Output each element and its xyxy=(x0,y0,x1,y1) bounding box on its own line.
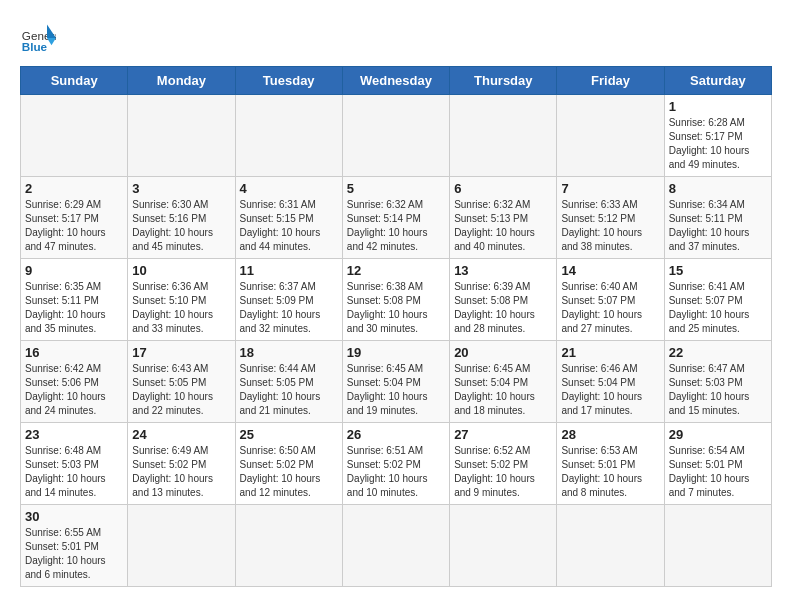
weekday-header-row: SundayMondayTuesdayWednesdayThursdayFrid… xyxy=(21,67,772,95)
calendar-cell xyxy=(557,95,664,177)
page-header: General Blue xyxy=(20,20,772,56)
day-number: 18 xyxy=(240,345,338,360)
day-number: 7 xyxy=(561,181,659,196)
day-info: Sunrise: 6:34 AM Sunset: 5:11 PM Dayligh… xyxy=(669,198,767,254)
calendar-cell: 29Sunrise: 6:54 AM Sunset: 5:01 PM Dayli… xyxy=(664,423,771,505)
calendar-cell: 2Sunrise: 6:29 AM Sunset: 5:17 PM Daylig… xyxy=(21,177,128,259)
day-info: Sunrise: 6:47 AM Sunset: 5:03 PM Dayligh… xyxy=(669,362,767,418)
calendar-week-row: 30Sunrise: 6:55 AM Sunset: 5:01 PM Dayli… xyxy=(21,505,772,587)
day-info: Sunrise: 6:46 AM Sunset: 5:04 PM Dayligh… xyxy=(561,362,659,418)
calendar-cell: 24Sunrise: 6:49 AM Sunset: 5:02 PM Dayli… xyxy=(128,423,235,505)
day-number: 30 xyxy=(25,509,123,524)
calendar-cell: 30Sunrise: 6:55 AM Sunset: 5:01 PM Dayli… xyxy=(21,505,128,587)
calendar-week-row: 1Sunrise: 6:28 AM Sunset: 5:17 PM Daylig… xyxy=(21,95,772,177)
calendar-cell: 15Sunrise: 6:41 AM Sunset: 5:07 PM Dayli… xyxy=(664,259,771,341)
day-info: Sunrise: 6:31 AM Sunset: 5:15 PM Dayligh… xyxy=(240,198,338,254)
day-info: Sunrise: 6:48 AM Sunset: 5:03 PM Dayligh… xyxy=(25,444,123,500)
day-info: Sunrise: 6:50 AM Sunset: 5:02 PM Dayligh… xyxy=(240,444,338,500)
weekday-header-thursday: Thursday xyxy=(450,67,557,95)
calendar-cell xyxy=(557,505,664,587)
day-info: Sunrise: 6:55 AM Sunset: 5:01 PM Dayligh… xyxy=(25,526,123,582)
calendar-cell: 25Sunrise: 6:50 AM Sunset: 5:02 PM Dayli… xyxy=(235,423,342,505)
day-info: Sunrise: 6:38 AM Sunset: 5:08 PM Dayligh… xyxy=(347,280,445,336)
calendar-cell xyxy=(450,95,557,177)
day-number: 21 xyxy=(561,345,659,360)
day-number: 5 xyxy=(347,181,445,196)
calendar-cell: 16Sunrise: 6:42 AM Sunset: 5:06 PM Dayli… xyxy=(21,341,128,423)
calendar-cell: 27Sunrise: 6:52 AM Sunset: 5:02 PM Dayli… xyxy=(450,423,557,505)
calendar-cell: 20Sunrise: 6:45 AM Sunset: 5:04 PM Dayli… xyxy=(450,341,557,423)
calendar-cell: 9Sunrise: 6:35 AM Sunset: 5:11 PM Daylig… xyxy=(21,259,128,341)
day-info: Sunrise: 6:35 AM Sunset: 5:11 PM Dayligh… xyxy=(25,280,123,336)
day-number: 11 xyxy=(240,263,338,278)
day-info: Sunrise: 6:53 AM Sunset: 5:01 PM Dayligh… xyxy=(561,444,659,500)
calendar-cell: 3Sunrise: 6:30 AM Sunset: 5:16 PM Daylig… xyxy=(128,177,235,259)
day-number: 10 xyxy=(132,263,230,278)
day-info: Sunrise: 6:39 AM Sunset: 5:08 PM Dayligh… xyxy=(454,280,552,336)
calendar-cell xyxy=(235,505,342,587)
calendar-cell: 12Sunrise: 6:38 AM Sunset: 5:08 PM Dayli… xyxy=(342,259,449,341)
weekday-header-wednesday: Wednesday xyxy=(342,67,449,95)
day-info: Sunrise: 6:49 AM Sunset: 5:02 PM Dayligh… xyxy=(132,444,230,500)
day-number: 24 xyxy=(132,427,230,442)
day-info: Sunrise: 6:32 AM Sunset: 5:14 PM Dayligh… xyxy=(347,198,445,254)
calendar-cell: 26Sunrise: 6:51 AM Sunset: 5:02 PM Dayli… xyxy=(342,423,449,505)
day-info: Sunrise: 6:43 AM Sunset: 5:05 PM Dayligh… xyxy=(132,362,230,418)
calendar-week-row: 16Sunrise: 6:42 AM Sunset: 5:06 PM Dayli… xyxy=(21,341,772,423)
weekday-header-friday: Friday xyxy=(557,67,664,95)
day-number: 1 xyxy=(669,99,767,114)
day-info: Sunrise: 6:42 AM Sunset: 5:06 PM Dayligh… xyxy=(25,362,123,418)
day-info: Sunrise: 6:37 AM Sunset: 5:09 PM Dayligh… xyxy=(240,280,338,336)
calendar-cell: 4Sunrise: 6:31 AM Sunset: 5:15 PM Daylig… xyxy=(235,177,342,259)
calendar-cell: 28Sunrise: 6:53 AM Sunset: 5:01 PM Dayli… xyxy=(557,423,664,505)
calendar-cell xyxy=(664,505,771,587)
day-number: 29 xyxy=(669,427,767,442)
day-info: Sunrise: 6:41 AM Sunset: 5:07 PM Dayligh… xyxy=(669,280,767,336)
day-number: 3 xyxy=(132,181,230,196)
calendar-week-row: 2Sunrise: 6:29 AM Sunset: 5:17 PM Daylig… xyxy=(21,177,772,259)
day-number: 12 xyxy=(347,263,445,278)
svg-text:Blue: Blue xyxy=(22,40,48,53)
weekday-header-tuesday: Tuesday xyxy=(235,67,342,95)
calendar-cell: 8Sunrise: 6:34 AM Sunset: 5:11 PM Daylig… xyxy=(664,177,771,259)
logo: General Blue xyxy=(20,20,56,56)
calendar-cell: 21Sunrise: 6:46 AM Sunset: 5:04 PM Dayli… xyxy=(557,341,664,423)
calendar-cell: 1Sunrise: 6:28 AM Sunset: 5:17 PM Daylig… xyxy=(664,95,771,177)
calendar-cell: 6Sunrise: 6:32 AM Sunset: 5:13 PM Daylig… xyxy=(450,177,557,259)
day-number: 28 xyxy=(561,427,659,442)
calendar-cell: 17Sunrise: 6:43 AM Sunset: 5:05 PM Dayli… xyxy=(128,341,235,423)
day-info: Sunrise: 6:40 AM Sunset: 5:07 PM Dayligh… xyxy=(561,280,659,336)
weekday-header-sunday: Sunday xyxy=(21,67,128,95)
day-number: 9 xyxy=(25,263,123,278)
day-info: Sunrise: 6:45 AM Sunset: 5:04 PM Dayligh… xyxy=(347,362,445,418)
day-info: Sunrise: 6:45 AM Sunset: 5:04 PM Dayligh… xyxy=(454,362,552,418)
day-number: 26 xyxy=(347,427,445,442)
day-number: 16 xyxy=(25,345,123,360)
calendar-cell xyxy=(342,95,449,177)
day-info: Sunrise: 6:28 AM Sunset: 5:17 PM Dayligh… xyxy=(669,116,767,172)
calendar-cell: 10Sunrise: 6:36 AM Sunset: 5:10 PM Dayli… xyxy=(128,259,235,341)
day-info: Sunrise: 6:32 AM Sunset: 5:13 PM Dayligh… xyxy=(454,198,552,254)
day-number: 2 xyxy=(25,181,123,196)
day-info: Sunrise: 6:30 AM Sunset: 5:16 PM Dayligh… xyxy=(132,198,230,254)
calendar-cell xyxy=(342,505,449,587)
calendar-cell: 13Sunrise: 6:39 AM Sunset: 5:08 PM Dayli… xyxy=(450,259,557,341)
day-number: 23 xyxy=(25,427,123,442)
day-number: 4 xyxy=(240,181,338,196)
calendar-week-row: 23Sunrise: 6:48 AM Sunset: 5:03 PM Dayli… xyxy=(21,423,772,505)
calendar-cell: 22Sunrise: 6:47 AM Sunset: 5:03 PM Dayli… xyxy=(664,341,771,423)
weekday-header-monday: Monday xyxy=(128,67,235,95)
day-number: 25 xyxy=(240,427,338,442)
calendar-cell: 23Sunrise: 6:48 AM Sunset: 5:03 PM Dayli… xyxy=(21,423,128,505)
day-info: Sunrise: 6:44 AM Sunset: 5:05 PM Dayligh… xyxy=(240,362,338,418)
calendar-cell xyxy=(128,505,235,587)
day-number: 15 xyxy=(669,263,767,278)
calendar-cell: 5Sunrise: 6:32 AM Sunset: 5:14 PM Daylig… xyxy=(342,177,449,259)
calendar-table: SundayMondayTuesdayWednesdayThursdayFrid… xyxy=(20,66,772,587)
logo-icon: General Blue xyxy=(20,20,56,56)
day-info: Sunrise: 6:33 AM Sunset: 5:12 PM Dayligh… xyxy=(561,198,659,254)
day-info: Sunrise: 6:29 AM Sunset: 5:17 PM Dayligh… xyxy=(25,198,123,254)
calendar-cell xyxy=(21,95,128,177)
day-number: 14 xyxy=(561,263,659,278)
calendar-cell: 7Sunrise: 6:33 AM Sunset: 5:12 PM Daylig… xyxy=(557,177,664,259)
